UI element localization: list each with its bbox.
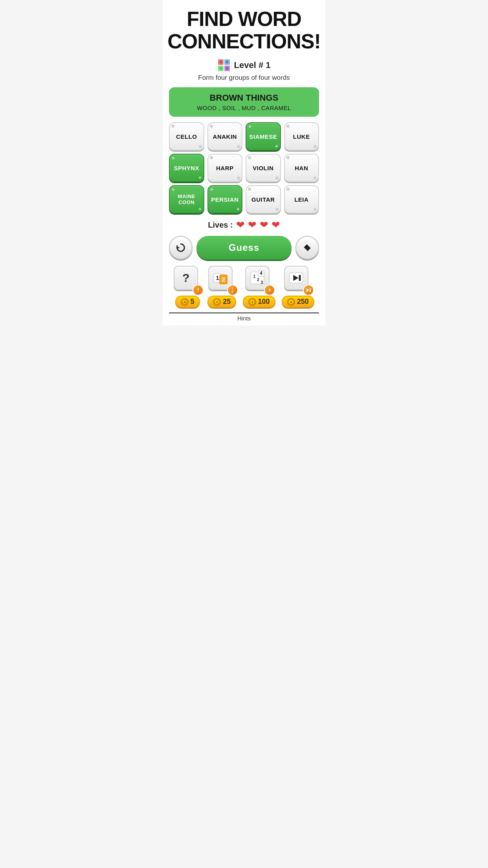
- svg-rect-4: [220, 61, 222, 63]
- lives-label: Lives :: [208, 221, 233, 230]
- hint-swap-badge: 12: [227, 285, 238, 296]
- tile-han[interactable]: HAN: [284, 154, 319, 182]
- solved-group-title: BROWN THINGS: [176, 93, 312, 103]
- svg-rect-27: [299, 275, 301, 281]
- hint-skip-cost: ★ 250: [282, 296, 314, 308]
- hints-section: ? ? ★ 5: [169, 266, 319, 322]
- tile-persian[interactable]: PERSIAN: [207, 185, 243, 213]
- hint-question-item[interactable]: ? ? ★ 5: [174, 266, 201, 308]
- hint-reveal-cost: ★ 100: [243, 296, 275, 308]
- hint-reveal-item[interactable]: 4 1 2 3 4 ★: [243, 266, 275, 308]
- tile-cello[interactable]: CELLO: [169, 122, 204, 151]
- tile-sphynx[interactable]: SPHYNX: [169, 154, 204, 182]
- hint-question-badge: ?: [193, 285, 204, 296]
- heart-4: ❤: [272, 219, 280, 231]
- level-text: Level # 1: [234, 60, 271, 70]
- hint-reveal-icon: 4 1 2 3 4: [245, 266, 273, 293]
- svg-text:1: 1: [253, 274, 256, 279]
- app-container: FIND WORD CONNECTIONS! Level # 1 Form fo…: [163, 0, 325, 326]
- heart-2: ❤: [248, 219, 257, 231]
- solved-group-words: WOOD , SOIL , MUD , CARAMEL: [176, 105, 312, 111]
- solved-group-banner: BROWN THINGS WOOD , SOIL , MUD , CARAMEL: [169, 87, 319, 117]
- controls-row: Guess: [169, 236, 319, 259]
- svg-text:4: 4: [260, 271, 262, 276]
- erase-icon: [302, 243, 312, 253]
- hint-question-cost: ★ 5: [175, 296, 200, 308]
- guess-button[interactable]: Guess: [196, 236, 292, 259]
- coin-icon-3: ★: [250, 299, 255, 305]
- tile-guitar[interactable]: GUITAR: [246, 185, 281, 213]
- svg-rect-29: [310, 288, 311, 292]
- svg-rect-7: [226, 67, 228, 70]
- hint-skip-badge: [303, 285, 314, 296]
- tile-maine-coon[interactable]: MAINECOON: [169, 185, 204, 213]
- svg-text:★: ★: [251, 301, 254, 303]
- coin-icon-2: ★: [214, 299, 220, 305]
- tile-leia[interactable]: LEIA: [284, 185, 319, 213]
- shuffle-button[interactable]: [169, 236, 193, 259]
- page-title: FIND WORD CONNECTIONS!: [167, 8, 321, 53]
- tile-siamese[interactable]: SIAMESE: [246, 122, 281, 151]
- word-grid: CELLO ANAKIN SIAMESE LUKE SPHYNX HARP VI…: [169, 122, 319, 213]
- hint-reveal-badge: 4: [264, 285, 275, 296]
- svg-text:★: ★: [216, 301, 218, 303]
- hint-swap-cost: ★ 25: [207, 296, 236, 308]
- svg-rect-5: [226, 61, 228, 63]
- tile-anakin[interactable]: ANAKIN: [207, 122, 243, 151]
- coin-icon: ★: [182, 299, 187, 305]
- shuffle-icon: [175, 242, 186, 253]
- tile-harp[interactable]: HARP: [207, 154, 243, 182]
- hints-label: Hints: [237, 315, 251, 322]
- svg-text:1: 1: [216, 274, 219, 281]
- hint-swap-item[interactable]: 1 2 12 ★: [207, 266, 236, 308]
- subtitle: Form four groups of four words: [198, 74, 290, 82]
- hints-divider: [169, 313, 319, 313]
- heart-3: ❤: [260, 219, 268, 231]
- level-row: Level # 1: [218, 59, 271, 72]
- svg-text:2: 2: [257, 277, 259, 282]
- hint-skip-item[interactable]: ★ 250: [282, 266, 314, 308]
- svg-text:3: 3: [261, 280, 263, 285]
- heart-1: ❤: [236, 219, 245, 231]
- svg-marker-28: [306, 288, 309, 292]
- svg-rect-6: [220, 67, 222, 70]
- tile-luke[interactable]: LUKE: [284, 122, 319, 151]
- svg-text:2: 2: [222, 276, 225, 283]
- mosaic-icon: [218, 59, 230, 72]
- hints-row: ? ? ★ 5: [169, 266, 319, 308]
- hint-skip-icon: [284, 266, 312, 293]
- hint-question-icon: ? ?: [174, 266, 201, 293]
- lives-row: Lives : ❤ ❤ ❤ ❤: [208, 219, 280, 231]
- erase-button[interactable]: [295, 236, 319, 259]
- svg-text:★: ★: [183, 301, 186, 303]
- svg-text:★: ★: [290, 301, 293, 303]
- hint-swap-icon: 1 2 12: [208, 266, 236, 293]
- coin-icon-4: ★: [288, 299, 294, 305]
- tile-violin[interactable]: VIOLIN: [246, 154, 281, 182]
